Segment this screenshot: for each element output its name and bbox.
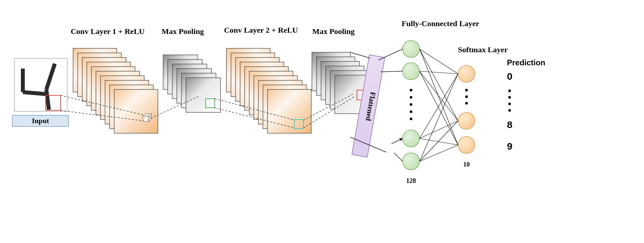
prediction-column: Prediction 0 8 9	[507, 58, 545, 152]
ellipsis-icon	[465, 89, 468, 105]
softmax-node	[458, 137, 475, 154]
fc-to-softmax-lines	[420, 49, 458, 161]
svg-line-74	[420, 145, 458, 161]
svg-line-68	[420, 71, 458, 145]
softmax-node	[458, 65, 475, 82]
conv1-label: Conv Layer 1 + ReLU	[71, 27, 145, 36]
svg-line-73	[420, 121, 458, 161]
svg-line-71	[420, 138, 458, 145]
input-block: Input	[12, 58, 69, 126]
prediction-0: 0	[507, 71, 513, 82]
cnn-diagram: Input Conv Layer 1 + ReLU Max P	[0, 0, 644, 243]
fc-label: Fully-Connected Layer	[402, 19, 479, 28]
svg-line-69	[420, 74, 458, 138]
svg-point-77	[508, 103, 511, 105]
svg-line-72	[420, 74, 458, 161]
ellipsis-icon	[508, 89, 511, 112]
prediction-8: 8	[507, 119, 513, 130]
softmax-layer: Softmax Layer 10	[458, 45, 508, 168]
conv2-stack: Conv Layer 2 + ReLU	[224, 26, 311, 133]
prediction-9: 9	[507, 141, 513, 152]
input-label: Input	[32, 117, 49, 125]
svg-line-63	[420, 49, 458, 74]
svg-point-55	[410, 118, 412, 120]
svg-line-67	[420, 71, 458, 121]
svg-point-75	[508, 89, 511, 92]
fc-node	[403, 153, 420, 170]
svg-rect-14	[143, 116, 149, 122]
svg-point-60	[465, 89, 468, 91]
svg-point-52	[410, 96, 412, 99]
fc-node	[403, 130, 420, 147]
svg-point-76	[508, 96, 511, 99]
fc-layer: Fully-Connected Layer 128	[402, 19, 479, 184]
svg-line-70	[420, 121, 458, 138]
maxpool1-stack: Max Pooling	[161, 27, 221, 112]
receptive-cube-icon	[143, 114, 151, 122]
conv2-label: Conv Layer 2 + ReLU	[224, 26, 298, 34]
svg-line-64	[420, 49, 458, 121]
svg-line-59	[394, 153, 403, 161]
svg-line-57	[380, 71, 403, 72]
svg-line-58	[391, 138, 403, 144]
svg-point-51	[410, 89, 412, 91]
maxpool1-label: Max Pooling	[161, 27, 204, 36]
fc-node	[403, 40, 420, 57]
softmax-count-label: 10	[463, 161, 470, 168]
svg-point-78	[508, 109, 511, 112]
softmax-node	[458, 112, 475, 129]
fc-node	[403, 63, 420, 80]
svg-line-66	[420, 71, 458, 74]
ellipsis-icon	[410, 89, 412, 120]
svg-point-53	[410, 103, 412, 106]
fc-count-label: 128	[406, 177, 416, 184]
softmax-label: Softmax Layer	[458, 45, 508, 54]
prediction-label: Prediction	[507, 58, 545, 67]
svg-point-62	[465, 102, 468, 105]
svg-point-61	[465, 95, 468, 98]
svg-line-56	[378, 49, 403, 60]
svg-rect-23	[186, 78, 221, 112]
maxpool2-label: Max Pooling	[312, 27, 355, 36]
svg-rect-12	[114, 89, 158, 133]
svg-point-54	[410, 110, 412, 113]
svg-line-65	[420, 49, 458, 145]
